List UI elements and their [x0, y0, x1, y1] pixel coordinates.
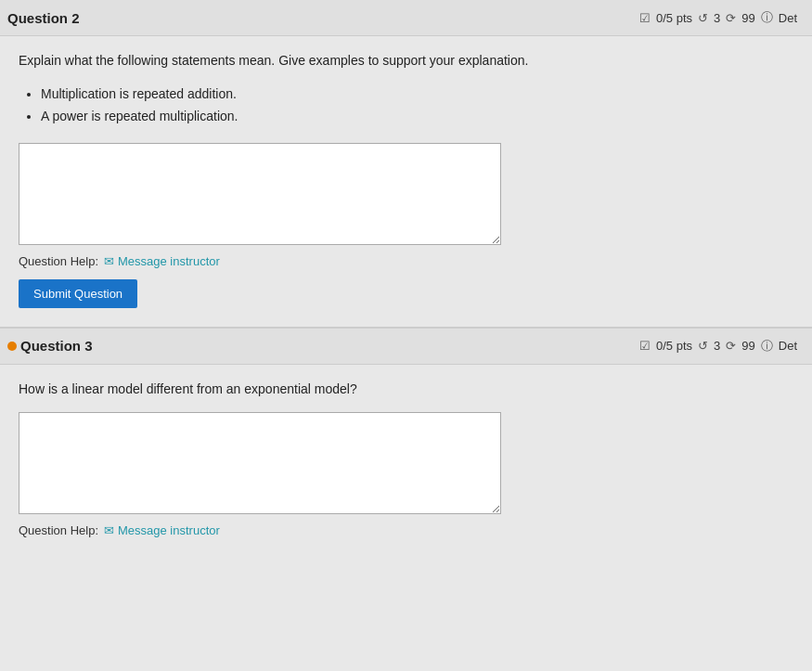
question-3-details: Det	[779, 339, 797, 353]
question-3-message-instructor-link[interactable]: ✉ Message instructor	[104, 523, 220, 537]
question-3-help: Question Help: ✉ Message instructor	[19, 523, 793, 537]
question-3-message-instructor-text: Message instructor	[118, 523, 220, 537]
bullet-item-2: A power is repeated multiplication.	[41, 106, 793, 128]
retry-icon-q3: ↺	[698, 339, 708, 353]
submissions-icon-q3: ⟳	[726, 339, 736, 353]
question-3-block: Question 3 ☑ 0/5 pts ↺ 3 ⟳ 99 ⓘ Det How …	[0, 329, 812, 556]
question-2-title: Question 2	[7, 10, 80, 26]
question-2-prompt-text: Explain what the following statements me…	[19, 53, 528, 68]
question-2-submit-button[interactable]: Submit Question	[19, 279, 137, 308]
question-3-body: How is a linear model different from an …	[0, 365, 812, 556]
mail-icon-q3: ✉	[104, 523, 114, 537]
question-3-pts: 0/5 pts	[656, 339, 692, 353]
question-3-meta: ☑ 0/5 pts ↺ 3 ⟳ 99 ⓘ Det	[639, 338, 797, 355]
info-icon: ⓘ	[761, 9, 773, 26]
question-2-body: Explain what the following statements me…	[0, 36, 812, 327]
question-3-title: Question 3	[20, 338, 93, 354]
question-2-help: Question Help: ✉ Message instructor	[19, 254, 793, 268]
question-3-retries: 3	[714, 339, 720, 353]
checkbox-icon: ☑	[639, 11, 651, 25]
bullet-text-1: Multiplication is repeated addition.	[41, 86, 237, 101]
question-2-details: Det	[779, 11, 797, 25]
question-2-help-label: Question Help:	[19, 254, 98, 268]
info-icon-q3: ⓘ	[761, 338, 773, 355]
question-2-bullets: Multiplication is repeated addition. A p…	[41, 84, 793, 128]
question-2-block: Question 2 ☑ 0/5 pts ↺ 3 ⟳ 99 ⓘ Det Expl…	[0, 0, 812, 327]
question-3-answer-textarea[interactable]	[19, 412, 501, 514]
question-2-title-row: Question 2	[7, 10, 80, 26]
retry-icon: ↺	[698, 11, 708, 25]
submissions-icon: ⟳	[726, 11, 736, 25]
question-2-header: Question 2 ☑ 0/5 pts ↺ 3 ⟳ 99 ⓘ Det	[0, 0, 812, 36]
question-2-answer-textarea[interactable]	[19, 143, 501, 245]
question-3-header: Question 3 ☑ 0/5 pts ↺ 3 ⟳ 99 ⓘ Det	[0, 329, 812, 365]
question-3-prompt: How is a linear model different from an …	[19, 380, 793, 399]
question-2-prompt: Explain what the following statements me…	[19, 51, 793, 71]
orange-dot-icon	[7, 342, 17, 351]
mail-icon-q2: ✉	[104, 254, 114, 268]
page-container: Question 2 ☑ 0/5 pts ↺ 3 ⟳ 99 ⓘ Det Expl…	[0, 0, 812, 556]
bullet-item-1: Multiplication is repeated addition.	[41, 84, 793, 106]
question-3-help-label: Question Help:	[19, 523, 98, 537]
checkbox-icon-q3: ☑	[639, 339, 651, 353]
question-3-prompt-text: How is a linear model different from an …	[19, 381, 357, 396]
question-2-pts: 0/5 pts	[656, 11, 692, 25]
bullet-text-2: A power is repeated multiplication.	[41, 109, 238, 123]
question-3-title-row: Question 3	[7, 338, 93, 354]
question-2-meta: ☑ 0/5 pts ↺ 3 ⟳ 99 ⓘ Det	[639, 9, 797, 26]
question-2-message-instructor-text: Message instructor	[118, 254, 220, 268]
question-2-retries: 3	[714, 11, 720, 25]
question-2-message-instructor-link[interactable]: ✉ Message instructor	[104, 254, 220, 268]
question-3-submissions: 99	[741, 339, 754, 353]
question-2-submissions: 99	[741, 11, 754, 25]
